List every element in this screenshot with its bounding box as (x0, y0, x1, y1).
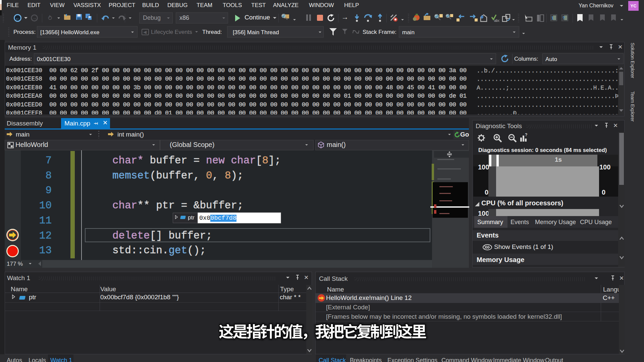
svg-text:?: ? (525, 133, 527, 137)
svg-text:abc: abc (494, 18, 499, 22)
